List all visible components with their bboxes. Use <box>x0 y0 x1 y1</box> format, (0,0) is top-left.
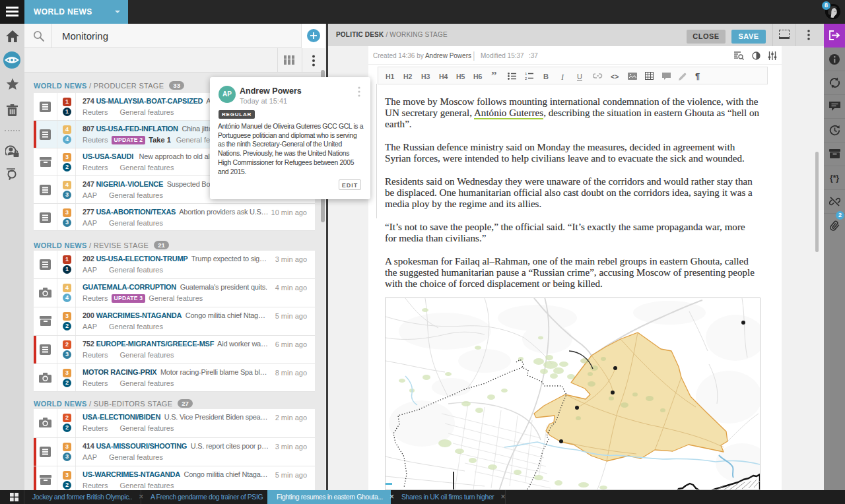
svg-text:2: 2 <box>525 77 527 80</box>
svg-text:1: 1 <box>525 72 527 76</box>
